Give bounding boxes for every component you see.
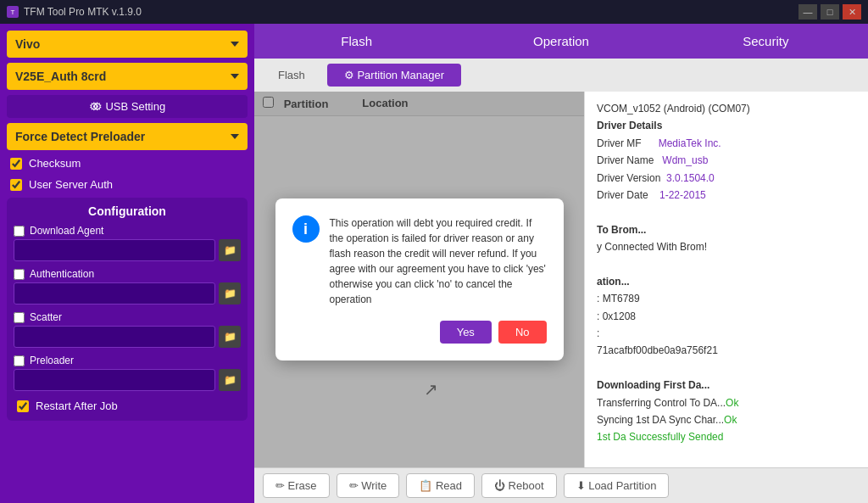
log-downloading-first: Downloading First Da... [597, 377, 856, 394]
top-tabs: Flash Operation Security [254, 24, 868, 59]
checksum-row: Checksum [7, 155, 248, 171]
scatter-label: Scatter [30, 311, 62, 323]
model-dropdown[interactable]: V25E_Auth 8crd [7, 63, 248, 90]
preloader-folder-btn[interactable]: 📁 [219, 369, 241, 391]
log-to-brom: To Brom... [597, 221, 856, 238]
preloader-item: Preloader 📁 [14, 355, 241, 391]
log-driver-date: Driver Date 1-22-2015 [597, 187, 856, 204]
dialog-overlay: i This operation will debt you required … [254, 92, 584, 467]
checksum-label: Checksum [29, 157, 81, 170]
log-driver-details: Driver Details [597, 117, 856, 134]
minimize-button[interactable]: — [798, 4, 817, 20]
app-icon: T [7, 6, 19, 18]
device-dropdown[interactable]: Vivo [7, 31, 248, 58]
authentication-input[interactable] [14, 282, 215, 305]
scatter-checkbox[interactable] [14, 312, 25, 323]
sub-tab-flash[interactable]: Flash [261, 64, 322, 87]
tab-operation[interactable]: Operation [459, 24, 663, 59]
scatter-item: Scatter 📁 [14, 311, 241, 348]
read-button[interactable]: 📋 Read [406, 473, 475, 498]
dialog-no-button[interactable]: No [498, 321, 547, 344]
log-spacer1 [597, 204, 856, 221]
config-section: Configuration Download Agent 📁 Authentic… [7, 198, 248, 421]
log-hash: 71acafbf00dbe0a9a756f21 [597, 342, 856, 359]
user-server-row: User Server Auth [7, 176, 248, 193]
download-agent-folder-btn[interactable]: 📁 [219, 239, 241, 261]
dialog-box: i This operation will debt you required … [275, 198, 564, 360]
authentication-label: Authentication [30, 268, 94, 280]
download-agent-input[interactable] [14, 239, 215, 261]
dialog-yes-button[interactable]: Yes [440, 321, 492, 344]
reboot-button[interactable]: ⏻ Reboot [481, 473, 557, 498]
partition-area: Partition Location i This operation will… [254, 92, 585, 467]
preloader-label: Preloader [30, 355, 74, 366]
titlebar-left: T TFM Tool Pro MTK v.1.9.0 [7, 6, 142, 18]
usb-section-header: ⚙ ⚙ USB Setting [7, 95, 248, 118]
log-driver-mf: Driver MF MediaTek Inc. [597, 135, 856, 152]
authentication-checkbox[interactable] [14, 269, 25, 280]
bottom-toolbar: ✏ Erase ✏ Write 📋 Read ⏻ Reboot ⬇ Load P… [254, 467, 868, 503]
preloader-checkbox[interactable] [14, 355, 25, 366]
log-area: VCOM_v1052 (Android) (COM07) Driver Deta… [585, 92, 868, 467]
log-transfer: Transferring Control To DA...Ok [597, 394, 856, 411]
log-driver-ver: Driver Version 3.0.1504.0 [597, 170, 856, 187]
dialog-text: This operation will debt you required cr… [330, 215, 547, 307]
checksum-checkbox[interactable] [10, 158, 22, 170]
sub-tab-partition-manager[interactable]: ⚙ Partition Manager [327, 64, 461, 87]
close-button[interactable]: ✕ [843, 4, 861, 20]
write-button[interactable]: ✏ Write [337, 473, 400, 498]
log-spacer3 [597, 360, 856, 377]
log-mt6789: : MT6789 [597, 290, 856, 307]
config-title: Configuration [14, 204, 241, 218]
log-line: VCOM_v1052 (Android) (COM07) [597, 100, 856, 117]
main-container: Vivo V25E_Auth 8crd ⚙ ⚙ USB Setting Forc… [0, 24, 868, 503]
titlebar: T TFM Tool Pro MTK v.1.9.0 — □ ✕ [0, 0, 868, 24]
log-connected: y Connected With Brom! [597, 238, 856, 255]
content-area: Partition Location i This operation will… [254, 92, 868, 467]
app-title: TFM Tool Pro MTK v.1.9.0 [24, 6, 142, 18]
preloader-dropdown[interactable]: Force Detect Preloader [7, 123, 248, 150]
user-server-label: User Server Auth [29, 178, 113, 191]
scatter-folder-btn[interactable]: 📁 [219, 326, 241, 348]
cursor-indicator: ↗ [424, 379, 438, 400]
preloader-input[interactable] [14, 369, 215, 391]
restart-checkbox[interactable] [17, 400, 29, 412]
restart-row: Restart After Job [14, 398, 241, 414]
titlebar-controls: — □ ✕ [798, 4, 861, 20]
download-agent-label: Download Agent [30, 225, 103, 237]
tab-flash[interactable]: Flash [254, 24, 459, 59]
dialog-content: i This operation will debt you required … [292, 215, 547, 307]
dialog-icon: i [292, 215, 320, 243]
tab-security[interactable]: Security [664, 24, 868, 59]
erase-button[interactable]: ✏ Erase [263, 473, 330, 498]
dialog-buttons: Yes No [292, 321, 547, 344]
log-driver-name: Driver Name Wdm_usb [597, 152, 856, 169]
sub-tabs: Flash ⚙ Partition Manager [254, 59, 868, 92]
log-0x1208: : 0x1208 [597, 308, 856, 325]
user-server-checkbox[interactable] [10, 179, 22, 191]
log-1st-da: 1st Da Successfully Sended [597, 428, 856, 445]
authentication-item: Authentication 📁 [14, 268, 241, 305]
log-colon: : [597, 325, 856, 342]
download-agent-item: Download Agent 📁 [14, 225, 241, 261]
authentication-folder-btn[interactable]: 📁 [219, 282, 241, 305]
log-spacer2 [597, 256, 856, 273]
log-syncing: Syncing 1st DA Sync Char...Ok [597, 411, 856, 428]
scatter-input[interactable] [14, 326, 215, 348]
left-panel: Vivo V25E_Auth 8crd ⚙ ⚙ USB Setting Forc… [0, 24, 254, 503]
restart-label: Restart After Job [36, 400, 118, 412]
right-panel: Flash Operation Security Flash ⚙ Partiti… [254, 24, 868, 503]
log-spacer4 [597, 446, 856, 463]
log-ation: ation... [597, 273, 856, 290]
maximize-button[interactable]: □ [821, 4, 839, 20]
download-agent-checkbox[interactable] [14, 226, 25, 237]
load-partition-button[interactable]: ⬇ Load Partition [564, 473, 670, 498]
